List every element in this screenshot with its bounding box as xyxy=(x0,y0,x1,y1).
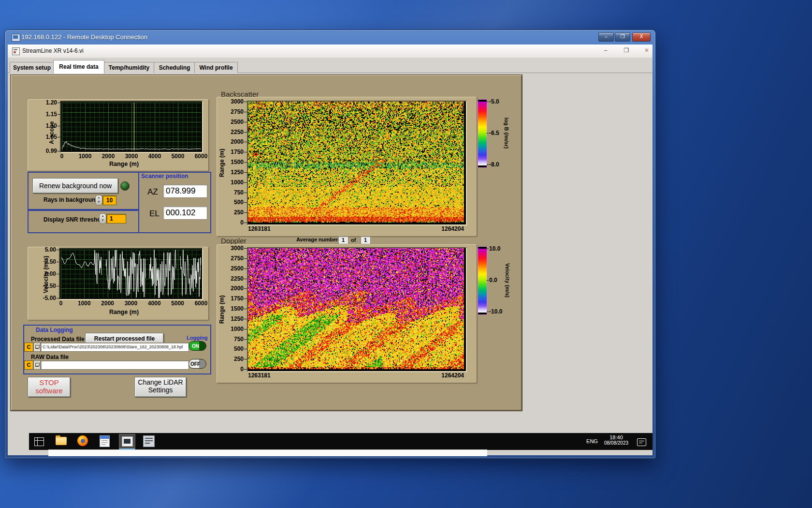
rdp-app-icon xyxy=(12,34,20,42)
tab-scheduling[interactable]: Scheduling xyxy=(154,62,195,73)
raw-path-field[interactable] xyxy=(41,360,189,370)
spin-up-icon[interactable]: ▲ xyxy=(98,196,101,199)
app-restore-button[interactable]: ❐ xyxy=(620,47,633,55)
raw-browse-icon[interactable] xyxy=(33,360,41,370)
change-line2: Settings xyxy=(135,386,186,394)
data-logging-title: Data Logging xyxy=(36,327,73,333)
processed-logging-on-toggle[interactable]: ON xyxy=(188,341,206,351)
doc-line2 xyxy=(102,442,108,443)
tab-temp-humidity[interactable]: Temp/humidity xyxy=(103,62,155,73)
snr-spinner[interactable]: ▲▼ xyxy=(99,213,106,224)
axis-tick-label: 750 xyxy=(224,336,244,343)
snr-value-field[interactable]: 1 xyxy=(106,214,126,224)
axis-tick-label: 1750 xyxy=(224,149,244,155)
processed-browse-icon[interactable] xyxy=(33,343,41,352)
raw-data-file-label: RAW Data file xyxy=(31,354,69,360)
axis-tick-mark xyxy=(58,103,60,103)
axis-tick-label: 1000 xyxy=(224,326,244,332)
rays-in-background-label: Rays in background xyxy=(44,196,99,203)
axis-tick-mark xyxy=(244,193,247,193)
taskbar-clock[interactable]: 18:40 08/08/2023 xyxy=(600,434,632,449)
scan-icon-line2 xyxy=(145,440,153,441)
axis-tick-label: 0 xyxy=(51,153,72,160)
axis-tick-label: 1000 xyxy=(74,153,96,160)
backscatter-colorbar xyxy=(478,99,487,168)
folder-tab xyxy=(56,435,60,437)
app-window-titlebar[interactable] xyxy=(8,45,652,58)
axis-tick-label: 2000 xyxy=(224,138,244,145)
rays-value-field[interactable]: 10 xyxy=(102,195,116,205)
spin-up-icon[interactable]: ▲ xyxy=(102,214,104,217)
renew-background-button[interactable]: Renew background now xyxy=(32,178,118,194)
axis-tick-mark xyxy=(244,112,247,112)
app-vi-icon-detail xyxy=(14,49,17,50)
notification-center-icon[interactable] xyxy=(637,438,646,446)
task-view-icon[interactable] xyxy=(34,437,44,446)
app-vi-icon xyxy=(12,47,20,55)
active-app-taskbar-tile[interactable] xyxy=(119,434,135,450)
scan-scheduler-icon[interactable] xyxy=(143,435,155,447)
axis-tick-label: 2.50 xyxy=(35,258,56,265)
firefox-globe xyxy=(81,439,85,443)
taskbar-time: 18:40 xyxy=(600,434,632,440)
rays-spinner[interactable]: ▲▼ xyxy=(95,195,102,206)
colorbar-tick-label: -8.0 xyxy=(489,161,507,168)
colorbar-cap xyxy=(478,165,487,167)
rdp-window-title[interactable]: 192.168.0.122 - Remote Desktop Connectio… xyxy=(21,33,360,42)
spin-down-icon[interactable]: ▼ xyxy=(102,219,104,222)
axis-tick-label: 1500 xyxy=(224,159,244,165)
processed-path-field[interactable]: C:\Lidar\Data\Proc\2023\202308\20230808\… xyxy=(41,343,189,352)
rdp-maximize-button[interactable]: ❐ xyxy=(615,32,630,42)
average-total-field[interactable]: 1 xyxy=(360,236,371,244)
colorbar-gradient xyxy=(478,249,487,313)
taskbar-language-indicator[interactable]: ENG xyxy=(585,434,599,449)
rdp-close-button[interactable]: X xyxy=(632,32,651,42)
axis-tick-mark xyxy=(244,329,247,329)
axis-tick-mark xyxy=(244,122,247,122)
axis-tick-mark xyxy=(244,288,247,289)
app-close-button[interactable]: ✕ xyxy=(640,47,653,55)
app-minimize-button[interactable]: – xyxy=(599,47,612,55)
doppler-time-end: 1264204 xyxy=(411,372,464,379)
change-lidar-settings-button[interactable]: Change LiDAR Settings xyxy=(134,377,187,397)
axis-tick-label: 1000 xyxy=(224,179,244,186)
axis-tick-label: 0 xyxy=(224,366,244,373)
processed-drive-box[interactable]: C xyxy=(24,343,33,352)
axis-tick-label: 5.00 xyxy=(35,246,56,253)
axis-tick-mark xyxy=(244,212,247,213)
tab-system-setup[interactable]: System setup xyxy=(10,62,54,73)
axis-tick-mark xyxy=(244,102,247,102)
tab-wind-profile[interactable]: Wind profile xyxy=(194,62,238,73)
axis-tick-label: 0.00 xyxy=(35,270,56,277)
colorbar-tick-mark xyxy=(487,133,489,134)
stop-software-button[interactable]: STOP software xyxy=(28,377,71,397)
axis-tick-mark xyxy=(58,137,60,137)
doc-line3 xyxy=(102,444,106,445)
el-label: EL xyxy=(149,209,160,219)
active-app-screen xyxy=(124,439,130,444)
axis-tick-mark xyxy=(57,274,59,274)
raw-drive-box[interactable]: C xyxy=(24,360,33,370)
folder-glyph-line xyxy=(35,348,39,349)
raw-logging-off-toggle[interactable]: OFF xyxy=(188,359,206,369)
colorbar-tick-label: 0.0 xyxy=(489,277,507,284)
firefox-icon[interactable] xyxy=(77,435,88,446)
axis-tick-mark xyxy=(57,250,59,250)
rdp-minimize-button[interactable]: – xyxy=(598,32,614,42)
axis-tick-mark xyxy=(244,142,247,142)
axis-tick-mark xyxy=(244,248,247,249)
background-led-indicator xyxy=(120,181,130,191)
average-number-field[interactable]: 1 xyxy=(338,236,348,244)
axis-tick-mark xyxy=(244,152,247,152)
colorbar-tick-mark xyxy=(487,164,489,165)
document-app-icon[interactable] xyxy=(100,435,110,447)
tab-real-time-data[interactable]: Real time data xyxy=(53,60,104,74)
doppler-colorbar xyxy=(478,246,487,315)
spin-down-icon[interactable]: ▼ xyxy=(98,200,101,203)
axis-tick-label: -2.50 xyxy=(35,283,56,289)
file-explorer-icon[interactable] xyxy=(56,437,67,445)
axis-tick-label: 1000 xyxy=(73,300,95,307)
task-view-divider2 xyxy=(35,440,44,441)
axis-tick-label: 2500 xyxy=(224,265,244,272)
doc-line xyxy=(102,440,108,441)
